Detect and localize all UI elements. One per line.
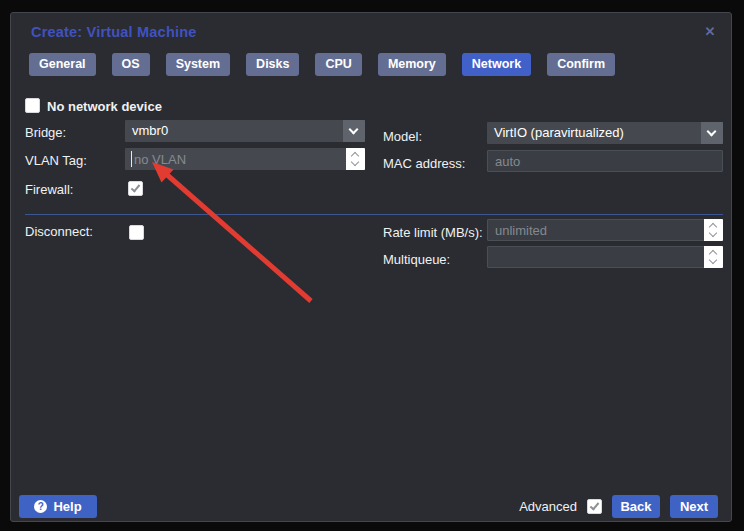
rate-limit-label: Rate limit (MB/s):: [383, 225, 483, 240]
multiqueue-label: Multiqueue:: [383, 252, 450, 267]
vlan-tag-spinner[interactable]: [346, 148, 365, 170]
create-vm-dialog: Create: Virtual Machine ✕ General OS Sys…: [10, 12, 732, 522]
advanced-label: Advanced: [519, 499, 577, 514]
spinner-down-icon: [709, 229, 717, 237]
footer-actions: Advanced Back Next: [519, 495, 718, 518]
mac-address-label: MAC address:: [383, 156, 465, 171]
tab-confirm[interactable]: Confirm: [547, 53, 615, 76]
vlan-tag-label: VLAN Tag:: [25, 153, 87, 168]
text-caret: [131, 151, 132, 167]
multiqueue-field[interactable]: [487, 246, 723, 268]
dialog-title: Create: Virtual Machine: [31, 24, 197, 40]
wizard-tabs: General OS System Disks CPU Memory Netwo…: [29, 53, 615, 76]
tab-network[interactable]: Network: [462, 53, 531, 76]
spinner-down-icon: [709, 256, 717, 264]
tab-os[interactable]: OS: [112, 53, 150, 76]
model-value: VirtIO (paravirtualized): [494, 122, 624, 144]
firewall-label: Firewall:: [25, 182, 73, 197]
rate-limit-field[interactable]: [487, 219, 723, 241]
no-network-device-label: No network device: [47, 99, 162, 114]
tab-general[interactable]: General: [29, 53, 96, 76]
model-dropdown-trigger[interactable]: [701, 122, 723, 144]
multiqueue-spinner[interactable]: [704, 246, 723, 268]
tab-memory[interactable]: Memory: [378, 53, 446, 76]
next-button[interactable]: Next: [670, 495, 718, 518]
disconnect-label: Disconnect:: [25, 224, 93, 239]
bridge-label: Bridge:: [25, 125, 66, 140]
spinner-down-icon: [351, 158, 359, 166]
check-icon: [131, 182, 141, 192]
rate-limit-spinner[interactable]: [704, 219, 723, 241]
tab-disks[interactable]: Disks: [246, 53, 299, 76]
section-divider: [25, 214, 723, 215]
bridge-dropdown-trigger[interactable]: [343, 120, 365, 142]
help-icon: ?: [34, 500, 47, 513]
tab-cpu[interactable]: CPU: [315, 53, 361, 76]
firewall-checkbox[interactable]: [128, 181, 143, 196]
help-button-label: Help: [53, 499, 81, 514]
model-select[interactable]: VirtIO (paravirtualized): [487, 122, 723, 144]
close-icon[interactable]: ✕: [702, 24, 718, 40]
bridge-value: vmbr0: [132, 120, 168, 142]
vlan-tag-field[interactable]: [125, 148, 365, 170]
model-label: Model:: [383, 129, 422, 144]
mac-address-input[interactable]: [488, 151, 722, 171]
check-icon: [590, 500, 600, 510]
chevron-down-icon: [707, 127, 717, 137]
back-button[interactable]: Back: [612, 495, 660, 518]
mac-address-field[interactable]: [487, 150, 723, 172]
vlan-tag-input[interactable]: [125, 148, 365, 170]
help-button[interactable]: ? Help: [19, 495, 97, 518]
rate-limit-input[interactable]: [488, 220, 722, 240]
chevron-down-icon: [349, 125, 359, 135]
disconnect-checkbox[interactable]: [129, 225, 144, 240]
no-network-device-checkbox[interactable]: [25, 98, 40, 113]
tab-system[interactable]: System: [166, 53, 230, 76]
multiqueue-input[interactable]: [488, 247, 722, 267]
bridge-select[interactable]: vmbr0: [125, 120, 365, 142]
advanced-checkbox[interactable]: [587, 499, 602, 514]
